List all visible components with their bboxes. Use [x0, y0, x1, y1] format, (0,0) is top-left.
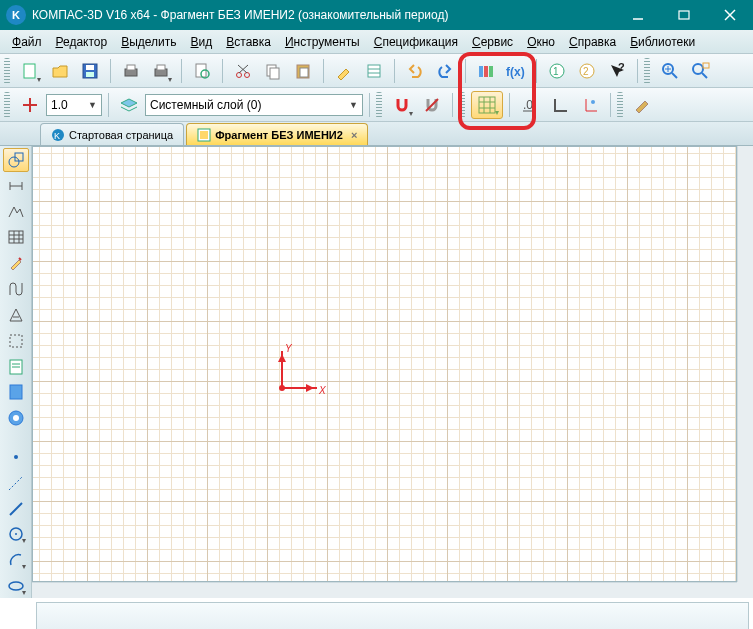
horizontal-scrollbar[interactable]: [32, 582, 737, 598]
toolbar-grip-6[interactable]: [617, 92, 623, 118]
select-panel-button[interactable]: [3, 329, 29, 353]
open-button[interactable]: [46, 57, 74, 85]
variables-button[interactable]: f(x): [502, 57, 530, 85]
snap-button[interactable]: [388, 91, 416, 119]
toolbar-grip-3[interactable]: [4, 92, 10, 118]
current-state-button[interactable]: [16, 91, 44, 119]
svg-rect-70: [10, 360, 22, 374]
library-manager-button[interactable]: [472, 57, 500, 85]
undo-button[interactable]: [401, 57, 429, 85]
help-step2-button[interactable]: 2: [573, 57, 601, 85]
menu-select[interactable]: Выделить: [115, 32, 182, 52]
whats-this-button[interactable]: ?: [603, 57, 631, 85]
x-axis-label: X: [319, 385, 326, 396]
svg-point-13: [201, 70, 209, 78]
y-axis-label: Y: [285, 343, 292, 354]
menu-help[interactable]: Справка: [563, 32, 622, 52]
svg-point-75: [13, 415, 19, 421]
svg-point-15: [245, 72, 250, 77]
svg-rect-63: [9, 231, 23, 243]
dropdown-arrow-icon: ▼: [349, 100, 358, 110]
paste-button[interactable]: [289, 57, 317, 85]
menu-file[interactable]: Файл: [6, 32, 48, 52]
drawing-canvas[interactable]: Y X: [32, 146, 737, 582]
standard-toolbar: f(x) 1 2 ?: [0, 54, 753, 88]
layers-button[interactable]: [115, 91, 143, 119]
tab-close-button[interactable]: ×: [351, 129, 357, 141]
new-document-button[interactable]: [16, 57, 44, 85]
menu-editor[interactable]: Редактор: [50, 32, 114, 52]
insert-panel-button[interactable]: [3, 406, 29, 430]
svg-rect-5: [83, 64, 97, 78]
svg-rect-1: [679, 11, 689, 19]
minimize-button[interactable]: [615, 0, 661, 30]
grid-icon: [478, 96, 496, 114]
spec-panel-button[interactable]: [3, 355, 29, 379]
toolbar-grip-4[interactable]: [376, 92, 382, 118]
svg-text:.0: .0: [523, 98, 533, 112]
round-button[interactable]: .0: [516, 91, 544, 119]
measure-panel-button[interactable]: [3, 303, 29, 327]
layer-combobox[interactable]: Системный слой (0) ▼: [145, 94, 363, 116]
geometry-panel-button[interactable]: [3, 148, 29, 172]
menu-tools[interactable]: Инструменты: [279, 32, 366, 52]
svg-rect-21: [300, 68, 308, 77]
redo-button[interactable]: [431, 57, 459, 85]
svg-line-77: [9, 476, 23, 490]
grid-toggle-button[interactable]: [471, 91, 503, 119]
dimensions-panel-button[interactable]: [3, 174, 29, 198]
properties-button[interactable]: [360, 57, 388, 85]
save-button[interactable]: [76, 57, 104, 85]
brush-button[interactable]: [629, 91, 657, 119]
format-painter-button[interactable]: [330, 57, 358, 85]
menu-service[interactable]: Сервис: [466, 32, 519, 52]
edit-panel-button[interactable]: [3, 251, 29, 275]
toolbar-grip[interactable]: [4, 58, 10, 84]
close-button[interactable]: [707, 0, 753, 30]
tab-fragment[interactable]: Фрагмент БЕЗ ИМЕНИ2 ×: [186, 123, 368, 145]
ortho-button[interactable]: [546, 91, 574, 119]
circle-tool-button[interactable]: [3, 523, 29, 547]
symbols-panel-button[interactable]: [3, 200, 29, 224]
dropdown-arrow-icon: ▼: [88, 100, 97, 110]
scale-value: 1.0: [51, 98, 68, 112]
print-button[interactable]: [117, 57, 145, 85]
title-bar: K КОМПАС-3D V16 x64 - Фрагмент БЕЗ ИМЕНИ…: [0, 0, 753, 30]
svg-rect-19: [270, 68, 279, 79]
help-step1-button[interactable]: 1: [543, 57, 571, 85]
menu-specification[interactable]: Спецификация: [368, 32, 464, 52]
menu-libraries[interactable]: Библиотеки: [624, 32, 701, 52]
maximize-button[interactable]: [661, 0, 707, 30]
local-cs-button[interactable]: [576, 91, 604, 119]
property-panel[interactable]: [36, 602, 749, 629]
svg-rect-11: [157, 65, 165, 70]
toolbar-grip-2[interactable]: [644, 58, 650, 84]
toolbar-grip-5[interactable]: [459, 92, 465, 118]
arc-tool-button[interactable]: [3, 548, 29, 572]
zoom-in-button[interactable]: [656, 57, 684, 85]
scale-combobox[interactable]: 1.0 ▼: [46, 94, 102, 116]
line-tool-button[interactable]: [3, 497, 29, 521]
copy-button[interactable]: [259, 57, 287, 85]
menu-window[interactable]: Окно: [521, 32, 561, 52]
svg-point-38: [693, 64, 703, 74]
menu-insert[interactable]: Вставка: [220, 32, 277, 52]
print-preview-button[interactable]: [188, 57, 216, 85]
cut-button[interactable]: [229, 57, 257, 85]
table-panel-button[interactable]: [3, 225, 29, 249]
svg-point-80: [15, 533, 17, 535]
point-tool-button[interactable]: [3, 445, 29, 469]
menu-view[interactable]: Вид: [185, 32, 219, 52]
tab-start-page[interactable]: K Стартовая страница: [40, 123, 184, 145]
svg-line-78: [10, 503, 22, 515]
print-dropdown-button[interactable]: [147, 57, 175, 85]
tab-label: Стартовая страница: [69, 129, 173, 141]
aux-line-tool-button[interactable]: [3, 471, 29, 495]
ellipse-tool-button[interactable]: [3, 574, 29, 598]
snap-toggle-button[interactable]: [418, 91, 446, 119]
params-panel-button[interactable]: [3, 277, 29, 301]
vertical-scrollbar[interactable]: [737, 146, 753, 582]
zoom-window-button[interactable]: [686, 57, 714, 85]
reports-panel-button[interactable]: [3, 380, 29, 404]
svg-rect-56: [198, 129, 210, 141]
